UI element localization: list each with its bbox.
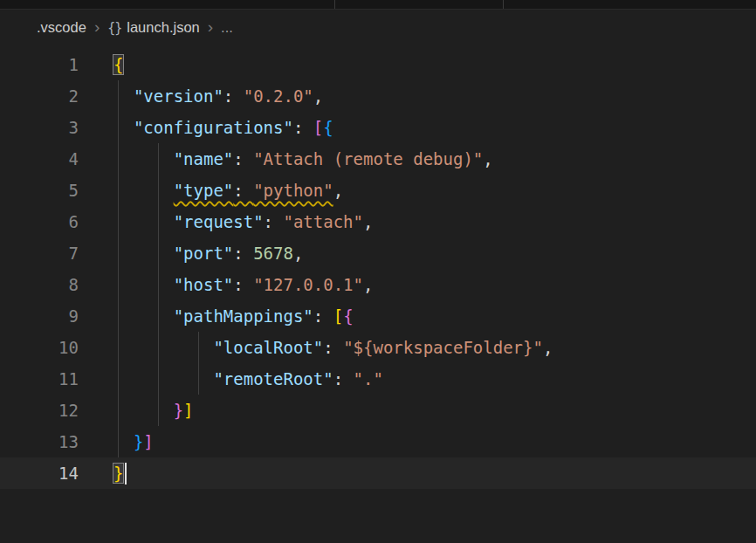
code-token: : — [323, 338, 343, 357]
code-token — [113, 181, 174, 200]
code-line[interactable]: 14} — [0, 457, 756, 489]
code-token: "${workspaceFolder}" — [343, 338, 543, 357]
line-number[interactable]: 4 — [0, 143, 79, 175]
code-line[interactable]: 9 "pathMappings": [{ — [0, 300, 756, 332]
code-text: "remoteRoot": "." — [79, 363, 383, 395]
code-text: }] — [79, 395, 194, 426]
code-token: "remoteRoot" — [213, 369, 333, 388]
code-line[interactable]: 2 "version": "0.2.0", — [0, 80, 756, 112]
code-token: "configurations" — [134, 118, 293, 137]
code-token: 5678 — [253, 244, 293, 263]
code-line[interactable]: 5 "type": "python", — [0, 175, 756, 206]
code-token: : — [293, 118, 313, 137]
code-line[interactable]: 6 "request": "attach", — [0, 206, 756, 237]
code-text: "version": "0.2.0", — [79, 80, 323, 112]
code-text: "localRoot": "${workspaceFolder}", — [79, 332, 553, 363]
code-text: { — [79, 49, 123, 80]
code-token: , — [483, 149, 492, 168]
code-line[interactable]: 11 "remoteRoot": "." — [0, 363, 756, 395]
code-token — [113, 275, 174, 294]
code-token: : — [333, 369, 354, 388]
line-number[interactable]: 10 — [0, 332, 79, 363]
code-token: "request" — [174, 212, 264, 231]
code-token: , — [363, 275, 373, 294]
code-token — [113, 401, 174, 420]
line-number[interactable]: 1 — [0, 49, 79, 80]
chevron-right-icon: › — [208, 18, 213, 35]
code-token: "127.0.0.1" — [253, 275, 363, 294]
code-token: { — [113, 55, 123, 74]
editor-tab-bar[interactable] — [0, 0, 756, 10]
code-token: , — [333, 181, 343, 200]
code-token — [113, 306, 174, 326]
code-token — [113, 86, 134, 106]
code-token: , — [543, 338, 553, 357]
code-token: { — [323, 118, 333, 137]
vscode-editor-pane: .vscode › {} launch.json › ... 1{2 "vers… — [0, 0, 756, 543]
tab-separator — [334, 0, 335, 9]
line-number[interactable]: 12 — [0, 395, 79, 426]
code-text: }] — [79, 426, 154, 457]
code-token: "name" — [174, 149, 234, 168]
chevron-right-icon: › — [94, 18, 100, 35]
breadcrumb-item-symbol[interactable]: ... — [221, 19, 233, 36]
code-token: "attach" — [283, 212, 363, 231]
code-line[interactable]: 4 "name": "Attach (remote debug)", — [0, 143, 756, 175]
code-line[interactable]: 1{ — [0, 49, 756, 80]
line-number[interactable]: 2 — [0, 80, 79, 112]
code-token: [ — [333, 306, 343, 326]
code-text: "request": "attach", — [79, 206, 373, 237]
code-token: } — [174, 401, 183, 420]
line-number[interactable]: 14 — [0, 457, 79, 489]
code-token: ] — [143, 432, 153, 451]
code-text: "type": "python", — [79, 175, 343, 206]
warning-squiggle-token: "python" — [253, 181, 333, 200]
code-token: "port" — [174, 244, 234, 263]
line-number[interactable]: 11 — [0, 363, 79, 395]
code-line[interactable]: 10 "localRoot": "${workspaceFolder}", — [0, 332, 756, 363]
tab-separator — [503, 0, 504, 9]
code-token — [113, 432, 134, 451]
code-text: "host": "127.0.0.1", — [79, 269, 373, 300]
line-number[interactable]: 3 — [0, 112, 79, 143]
line-number[interactable]: 8 — [0, 269, 79, 300]
code-token: "." — [354, 369, 383, 388]
code-line[interactable]: 7 "port": 5678, — [0, 237, 756, 269]
text-cursor — [125, 463, 127, 485]
line-number[interactable]: 6 — [0, 206, 79, 237]
code-token: { — [343, 306, 353, 326]
code-token: "Attach (remote debug)" — [253, 149, 483, 168]
breadcrumb: .vscode › {} launch.json › ... — [0, 10, 756, 45]
code-text: "pathMappings": [{ — [79, 300, 354, 332]
line-number[interactable]: 9 — [0, 300, 79, 332]
code-line[interactable]: 3 "configurations": [{ — [0, 112, 756, 143]
code-line[interactable]: 12 }] — [0, 395, 756, 426]
code-token — [113, 118, 134, 137]
code-token: : — [313, 306, 333, 326]
code-line[interactable]: 8 "host": "127.0.0.1", — [0, 269, 756, 300]
code-text: "port": 5678, — [79, 237, 303, 269]
breadcrumb-item-file[interactable]: {} launch.json — [107, 19, 200, 36]
code-token: : — [233, 275, 253, 294]
code-line[interactable]: 13 }] — [0, 426, 756, 457]
line-number[interactable]: 7 — [0, 237, 79, 269]
code-token: , — [313, 86, 323, 106]
code-token: : — [233, 244, 253, 263]
code-token — [113, 244, 174, 263]
line-number[interactable]: 5 — [0, 175, 79, 206]
code-token: "0.2.0" — [244, 86, 313, 106]
code-token: "host" — [174, 275, 234, 294]
warning-squiggle-token: "type" — [174, 181, 234, 200]
line-number[interactable]: 13 — [0, 426, 79, 457]
code-token: } — [113, 464, 123, 483]
code-text: "name": "Attach (remote debug)", — [79, 143, 493, 175]
code-token: : — [223, 86, 244, 106]
code-token: "localRoot" — [213, 338, 323, 357]
code-token: , — [293, 244, 303, 263]
code-token — [113, 369, 213, 388]
code-token — [113, 338, 213, 357]
json-braces-icon: {} — [107, 20, 121, 36]
code-token: "version" — [134, 86, 223, 106]
code-editor[interactable]: 1{2 "version": "0.2.0",3 "configurations… — [0, 45, 756, 543]
breadcrumb-item-folder[interactable]: .vscode — [37, 19, 86, 36]
